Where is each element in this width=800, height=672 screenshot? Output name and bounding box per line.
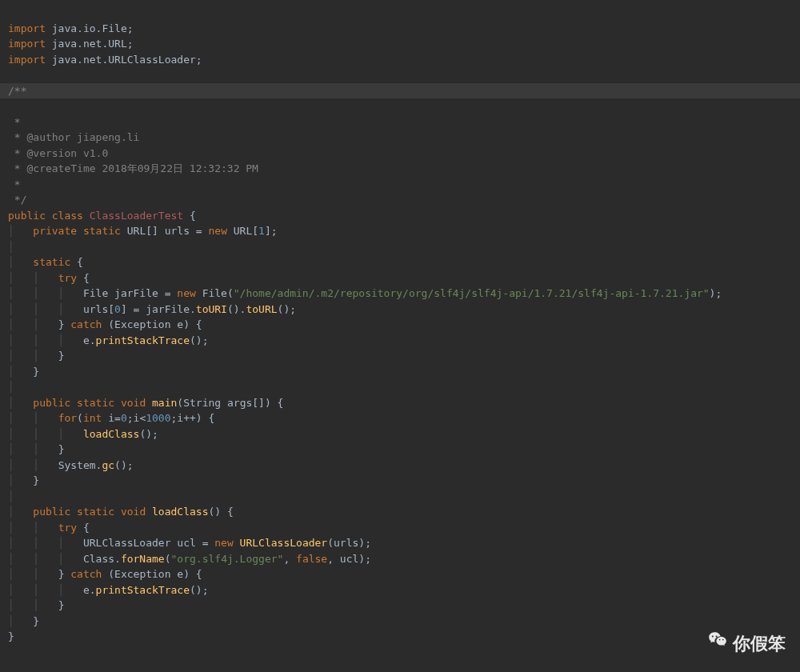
javadoc-line: * bbox=[8, 116, 21, 128]
code-line: │ │ } catch (Exception e) { bbox=[8, 318, 202, 330]
wechat-icon bbox=[707, 630, 728, 658]
javadoc-line: * @author jiapeng.li bbox=[8, 131, 139, 143]
code-line: │ public static void main(String args[])… bbox=[8, 397, 283, 409]
javadoc-line: * @version v1.0 bbox=[8, 147, 108, 159]
code-line: │ │ │ e.printStackTrace(); bbox=[8, 334, 208, 346]
blank-line bbox=[8, 69, 14, 81]
code-line: │ │ } catch (Exception e) { bbox=[8, 568, 202, 580]
code-line: │ │ │ File jarFile = new File("/home/adm… bbox=[8, 287, 722, 299]
javadoc-line: /** bbox=[0, 83, 800, 99]
blank-line: │ bbox=[8, 490, 14, 502]
code-line: } bbox=[8, 630, 14, 642]
code-line: │ │ │ URLClassLoader ucl = new URLClassL… bbox=[8, 537, 371, 549]
code-line: │ public static void loadClass() { bbox=[8, 506, 234, 518]
code-line: │ } bbox=[8, 615, 39, 627]
code-line: │ │ │ e.printStackTrace(); bbox=[8, 584, 208, 596]
code-line: │ } bbox=[8, 366, 39, 378]
watermark-text: 你假笨 bbox=[733, 630, 786, 657]
code-line: │ static { bbox=[8, 256, 83, 268]
watermark: 你假笨 bbox=[707, 630, 786, 658]
code-line: │ │ try { bbox=[8, 272, 90, 284]
javadoc-line: * @createTime 2018年09月22日 12:32:32 PM bbox=[8, 162, 258, 174]
code-line: import java.net.URL; bbox=[8, 38, 134, 50]
code-line: │ │ │ loadClass(); bbox=[8, 428, 158, 440]
blank-line: │ bbox=[8, 381, 14, 393]
code-line: public class ClassLoaderTest { bbox=[8, 210, 196, 222]
code-editor: import java.io.File; import java.net.URL… bbox=[0, 0, 800, 650]
code-line: │ │ System.gc(); bbox=[8, 459, 134, 471]
javadoc-line: * bbox=[8, 178, 21, 190]
javadoc-line: */ bbox=[8, 194, 26, 206]
code-line: │ │ try { bbox=[8, 522, 90, 534]
code-line: │ private static URL[] urls = new URL[1]… bbox=[8, 225, 278, 237]
code-line: import java.net.URLClassLoader; bbox=[8, 54, 202, 66]
blank-line: │ bbox=[8, 241, 14, 253]
code-line: import java.io.File; bbox=[8, 22, 134, 34]
code-line: │ │ │ urls[0] = jarFile.toURI().toURL(); bbox=[8, 303, 296, 315]
code-line: │ │ │ Class.forName("org.slf4j.Logger", … bbox=[8, 553, 371, 565]
code-line: │ │ for(int i=0;i<1000;i++) { bbox=[8, 412, 214, 424]
code-line: │ │ } bbox=[8, 350, 64, 362]
code-line: │ │ } bbox=[8, 443, 64, 455]
code-line: │ } bbox=[8, 474, 39, 486]
code-line: │ │ } bbox=[8, 599, 64, 611]
